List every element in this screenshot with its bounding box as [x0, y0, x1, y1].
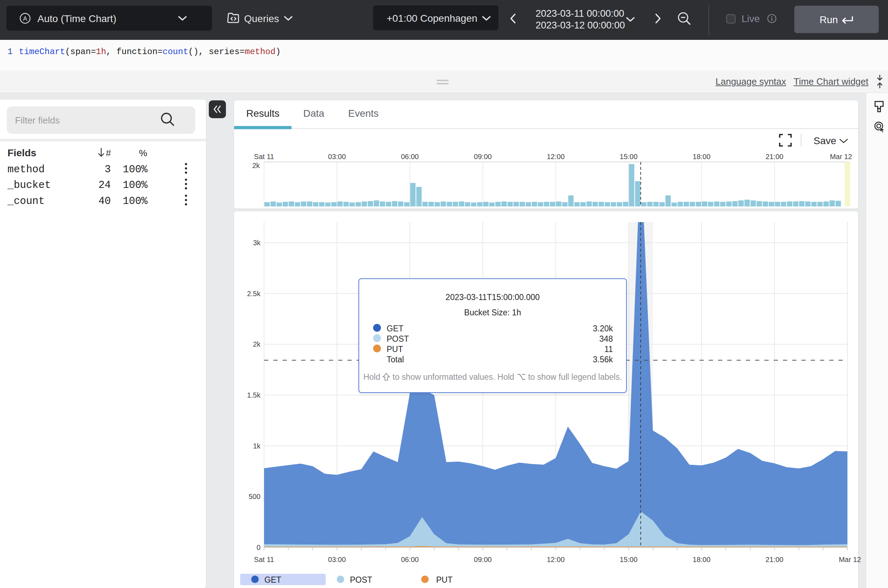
svg-text:06:00: 06:00 — [401, 153, 419, 160]
svg-text:Mar 12: Mar 12 — [830, 153, 852, 160]
svg-text:Mar 12: Mar 12 — [839, 556, 861, 564]
svg-text:09:00: 09:00 — [474, 556, 492, 564]
svg-text:1k: 1k — [253, 442, 261, 450]
svg-text:12:00: 12:00 — [546, 153, 564, 160]
svg-text:2.5k: 2.5k — [247, 290, 261, 297]
svg-text:06:00: 06:00 — [401, 556, 419, 564]
svg-text:3k: 3k — [253, 239, 261, 247]
svg-text:15:00: 15:00 — [620, 153, 638, 160]
svg-text:21:00: 21:00 — [765, 556, 783, 564]
svg-text:21:00: 21:00 — [765, 153, 783, 160]
svg-text:0: 0 — [257, 543, 260, 551]
svg-text:Sat 11: Sat 11 — [254, 153, 274, 160]
svg-text:2k: 2k — [253, 340, 261, 348]
svg-text:09:00: 09:00 — [474, 153, 492, 160]
svg-text:18:00: 18:00 — [693, 556, 710, 564]
svg-text:15:00: 15:00 — [620, 556, 638, 564]
svg-text:A: A — [23, 15, 27, 22]
svg-text:2k: 2k — [252, 162, 260, 170]
svg-text:03:00: 03:00 — [328, 556, 346, 564]
svg-text:18:00: 18:00 — [693, 153, 710, 160]
svg-text:03:00: 03:00 — [328, 153, 346, 160]
svg-text:1.5k: 1.5k — [247, 391, 261, 399]
svg-text:500: 500 — [249, 493, 260, 501]
svg-text:12:00: 12:00 — [546, 556, 564, 564]
svg-text:Sat 11: Sat 11 — [254, 556, 274, 564]
